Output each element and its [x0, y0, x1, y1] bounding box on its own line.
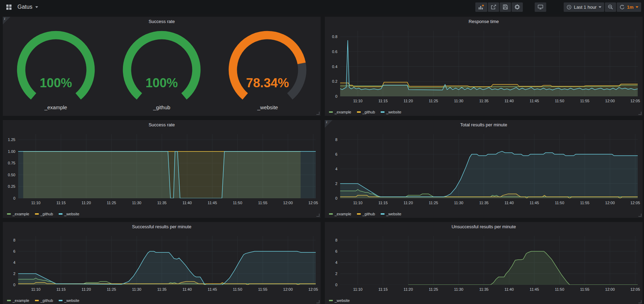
panel-title[interactable]: Success rate: [3, 122, 321, 127]
save-button[interactable]: [500, 2, 511, 12]
panel-total-results: i Total results per minute 0246811:1011:…: [325, 120, 643, 218]
x-axis-label: 12:05: [308, 201, 318, 205]
legend-item-example[interactable]: _example: [329, 110, 351, 114]
x-axis-label: 12:00: [605, 287, 615, 291]
legend-swatch: [329, 300, 333, 301]
x-axis-label: 11:55: [258, 287, 268, 291]
x-axis-label: 11:35: [157, 287, 167, 291]
legend-swatch: [35, 300, 39, 301]
legend-item-github[interactable]: _github: [35, 298, 53, 303]
x-axis-label: 11:45: [530, 287, 539, 291]
y-axis-label: 2: [335, 272, 337, 276]
x-axis-label: 12:05: [630, 287, 640, 291]
x-axis-label: 11:20: [82, 287, 91, 291]
x-axis-label: 11:25: [107, 201, 116, 205]
legend-swatch: [59, 300, 63, 301]
x-axis-label: 11:20: [404, 287, 413, 291]
legend-item-website[interactable]: _website: [381, 212, 401, 216]
x-axis-label: 11:30: [454, 287, 463, 291]
legend-item-example[interactable]: _example: [329, 212, 351, 216]
share-icon: [491, 4, 496, 10]
dashboard-title: Gatus: [17, 4, 32, 10]
zoom-out-icon: [608, 4, 613, 10]
legend-item-website[interactable]: _website: [329, 298, 350, 303]
chart-plot-area[interactable]: 0246811:1011:1511:2011:2511:3011:3511:40…: [18, 236, 316, 285]
panel-title[interactable]: Total results per minute: [325, 122, 643, 127]
y-axis-label: 0.4: [332, 65, 337, 69]
y-axis-label: 0.75: [8, 161, 15, 165]
panel-success-rate-gauges: i Success rate 100%_example100%_github78…: [3, 17, 321, 116]
chart-legend: _example_github_website: [7, 298, 79, 303]
gauge-value: 100%: [39, 76, 72, 90]
y-axis-label: 1.00: [8, 149, 15, 154]
panel-resize-handle[interactable]: [638, 112, 642, 115]
time-range-picker[interactable]: Last 1 hour: [564, 2, 604, 12]
zoom-out-button[interactable]: [605, 2, 616, 12]
legend-swatch: [329, 213, 333, 215]
x-axis-label: 11:30: [132, 201, 141, 205]
cycle-view-button[interactable]: [535, 2, 546, 12]
panel-title[interactable]: Response time: [325, 19, 643, 24]
y-axis-label: 0: [335, 94, 337, 98]
legend-item-github[interactable]: _github: [357, 110, 375, 114]
x-axis-label: 11:55: [580, 201, 590, 205]
grid-icon: [6, 4, 12, 10]
panel-title[interactable]: Success rate: [3, 19, 321, 24]
panel-response-time: Response time 00.20.40.60.811:1011:1511:…: [325, 17, 643, 116]
x-axis-label: 11:10: [31, 201, 41, 205]
gauge-label: _website: [215, 104, 321, 110]
y-axis-label: 1.25: [8, 138, 15, 142]
chart-plot-area[interactable]: 0246811:1011:1511:2011:2511:3011:3511:40…: [340, 236, 638, 285]
chevron-down-icon: [35, 6, 38, 8]
x-axis-label: 11:30: [454, 201, 463, 205]
add-panel-button[interactable]: [475, 2, 487, 12]
x-axis-label: 12:05: [630, 99, 640, 103]
panel-resize-handle[interactable]: [638, 300, 642, 303]
share-button[interactable]: [488, 2, 499, 12]
chart-plot-area[interactable]: 0246811:1011:1511:2011:2511:3011:3511:40…: [340, 134, 638, 198]
settings-gear-icon: [514, 4, 520, 10]
y-axis-label: 4: [335, 167, 337, 171]
x-axis-label: 11:50: [555, 99, 564, 103]
legend-item-website[interactable]: _website: [381, 110, 401, 114]
y-axis-label: 8: [335, 238, 337, 242]
refresh-interval-label: 1m: [627, 5, 634, 10]
x-axis-label: 12:00: [283, 287, 293, 291]
legend-item-website[interactable]: _website: [59, 298, 79, 303]
x-axis-label: 11:45: [208, 201, 217, 205]
legend-item-example[interactable]: _example: [7, 212, 29, 216]
panel-info-icon[interactable]: i: [3, 17, 10, 24]
x-axis-label: 12:00: [605, 201, 615, 205]
gauge-value: 100%: [146, 76, 178, 90]
settings-button[interactable]: [512, 2, 523, 12]
chart-plot-area[interactable]: 00.20.40.60.811:1011:1511:2011:2511:3011…: [340, 31, 638, 96]
dashboard-title-dropdown[interactable]: Gatus: [17, 4, 38, 10]
y-axis-label: 0: [335, 196, 337, 200]
navbar: Gatus: [0, 0, 644, 14]
y-axis-label: 0: [13, 196, 15, 200]
panel-resize-handle[interactable]: [316, 214, 320, 217]
chart-plot-area[interactable]: 00.250.500.751.001.2511:1011:1511:2011:2…: [18, 134, 316, 198]
legend-item-website[interactable]: _website: [59, 212, 79, 216]
x-axis-label: 11:35: [479, 99, 489, 103]
legend-item-github[interactable]: _github: [35, 212, 53, 216]
panel-title[interactable]: Successful results per minute: [3, 224, 321, 229]
dashboards-grid-icon[interactable]: [3, 2, 14, 12]
panel-resize-handle[interactable]: [638, 214, 642, 217]
legend-swatch: [357, 213, 361, 215]
panel-info-icon[interactable]: i: [325, 120, 332, 128]
y-axis-label: 6: [335, 152, 337, 156]
refresh-button[interactable]: 1m: [617, 2, 641, 12]
panel-resize-handle[interactable]: [316, 300, 320, 303]
panel-title[interactable]: Unsuccessful results per minute: [325, 224, 643, 229]
x-axis-label: 11:15: [378, 99, 388, 103]
x-axis-label: 12:00: [605, 99, 615, 103]
x-axis-label: 11:40: [504, 287, 514, 291]
legend-item-example[interactable]: _example: [7, 298, 29, 303]
x-axis-label: 11:10: [353, 287, 363, 291]
time-range-label: Last 1 hour: [574, 5, 597, 10]
x-axis-label: 11:30: [132, 287, 141, 291]
panel-unsuccessful-results: Unsuccessful results per minute 0246811:…: [325, 222, 643, 304]
legend-item-github[interactable]: _github: [357, 212, 375, 216]
panel-resize-handle[interactable]: [316, 112, 320, 115]
